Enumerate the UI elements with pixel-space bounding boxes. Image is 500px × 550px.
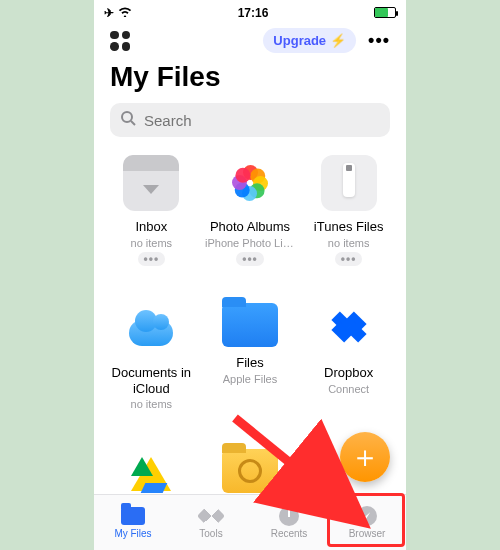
photos-icon [222,155,278,211]
tile-files[interactable]: Files Apple Files [203,297,298,437]
dropbox-icon [321,301,377,357]
app-menu-icon[interactable] [110,31,130,51]
tile-more-icon[interactable]: ••• [236,252,264,266]
gdrive-icon [123,447,179,494]
tile-name: Documents in iCloud [106,365,196,396]
search-icon [120,110,136,130]
search-bar[interactable] [110,103,390,137]
page-title: My Files [94,57,406,103]
tab-label: Tools [199,528,222,539]
tile-sub: no items [131,398,173,410]
tab-browser[interactable]: Browser [328,495,406,550]
plus-icon: ＋ [350,437,380,478]
status-time: 17:16 [238,6,269,20]
tile-sub: no items [131,237,173,249]
bolt-icon: ⚡ [330,33,346,48]
tile-icloud[interactable]: Documents in iCloud no items [104,297,199,437]
search-input[interactable] [144,112,380,129]
tile-dropbox[interactable]: Dropbox Connect [301,297,396,437]
tab-label: Browser [349,528,386,539]
tile-sub: no items [328,237,370,249]
tile-sub: Apple Files [223,373,277,385]
compass-icon [357,506,377,526]
tile-name: Files [236,355,263,371]
files-icon [222,303,278,347]
tile-gdrive[interactable] [104,443,199,494]
tab-my-files[interactable]: My Files [94,495,172,550]
tile-photo-albums[interactable]: Photo Albums iPhone Photo Libra... ••• [203,151,298,291]
icloud-icon [123,301,179,357]
tile-sub: Connect [328,383,369,395]
tools-icon [197,502,225,530]
phone-frame: ✈︎ 17:16 Upgrade ⚡ ••• My Files [94,0,406,550]
svg-point-0 [122,112,132,122]
tab-tools[interactable]: Tools [172,495,250,550]
tile-name: Photo Albums [210,219,290,235]
inbox-icon [123,155,179,211]
tab-label: Recents [271,528,308,539]
add-button[interactable]: ＋ [340,432,390,482]
clock-icon [279,506,299,526]
folder-icon [121,507,145,525]
svg-line-1 [131,121,135,125]
tab-bar: My Files Tools Recents Browser [94,494,406,550]
tab-label: My Files [114,528,151,539]
tile-more-icon[interactable]: ••• [335,252,363,266]
status-bar: ✈︎ 17:16 [94,0,406,22]
airplane-icon: ✈︎ [104,6,114,20]
top-nav: Upgrade ⚡ ••• [94,22,406,57]
upgrade-button[interactable]: Upgrade ⚡ [263,28,356,53]
battery-icon [374,7,396,18]
tile-more-icon[interactable]: ••• [138,252,166,266]
tile-name: Dropbox [324,365,373,381]
tile-itunes[interactable]: iTunes Files no items ••• [301,151,396,291]
tile-downloads[interactable] [203,443,298,494]
upgrade-label: Upgrade [273,33,326,48]
tile-inbox[interactable]: Inbox no items ••• [104,151,199,291]
tile-name: iTunes Files [314,219,384,235]
tile-name: Inbox [135,219,167,235]
more-icon[interactable]: ••• [368,30,390,51]
itunes-icon [321,155,377,211]
tile-sub: iPhone Photo Libra... [205,237,295,249]
tab-recents[interactable]: Recents [250,495,328,550]
wifi-icon [118,6,132,20]
downloads-folder-icon [222,449,278,493]
